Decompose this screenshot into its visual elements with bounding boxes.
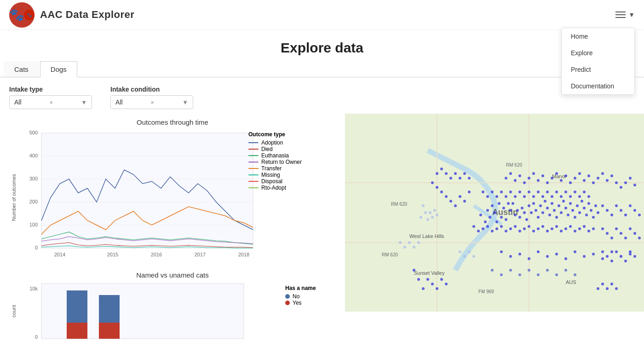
intake-type-arrow: ▼ [81,99,87,106]
svg-point-232 [436,172,438,175]
svg-point-118 [583,225,586,228]
svg-point-94 [472,225,475,228]
intake-condition-clear[interactable]: × [151,99,155,106]
svg-point-222 [583,191,586,193]
svg-point-124 [518,174,521,177]
svg-point-108 [537,227,540,230]
svg-point-195 [615,250,618,253]
svg-point-126 [528,177,530,180]
svg-rect-2 [41,133,253,248]
svg-point-68 [539,204,542,207]
svg-point-183 [601,227,604,230]
menu-item-documentation[interactable]: Documentation [562,78,634,94]
svg-rect-26 [67,323,87,339]
intake-condition-value: All [115,99,123,106]
intake-type-select[interactable]: All × ▼ [9,95,92,109]
logo-image: 🐾 [9,2,34,28]
nav-hamburger[interactable]: ▼ [615,11,635,18]
svg-point-181 [633,209,636,212]
svg-point-50 [500,216,503,219]
svg-point-125 [523,181,526,184]
svg-point-130 [546,181,549,184]
intake-type-clear[interactable]: × [50,99,53,106]
svg-point-90 [590,209,592,212]
svg-point-66 [535,209,537,212]
svg-text:2015: 2015 [107,252,118,257]
svg-point-72 [548,214,551,216]
svg-text:RM 620: RM 620 [391,202,407,207]
named-chart-svg: 0 10k count [9,281,276,342]
svg-point-137 [578,172,581,175]
svg-point-77 [560,211,563,214]
svg-point-142 [601,172,604,175]
svg-point-231 [445,283,448,285]
svg-point-225 [417,278,420,281]
svg-point-194 [610,260,613,262]
svg-point-172 [436,186,438,189]
intake-condition-select[interactable]: All × ▼ [110,95,193,109]
svg-point-150 [500,250,503,253]
svg-point-96 [482,227,484,230]
tab-cats[interactable]: Cats [4,61,39,77]
svg-point-129 [541,174,544,177]
svg-point-103 [514,225,517,228]
svg-point-162 [610,250,613,253]
svg-point-156 [555,253,558,255]
svg-point-132 [555,172,558,175]
menu-item-home[interactable]: Home [562,28,634,45]
svg-point-139 [587,174,590,177]
map-svg: Austin West Lake Hills Manor RM 620 RM 6… [345,114,644,312]
logo-area: 🐾 AAC Data Explorer [9,2,134,28]
svg-point-237 [459,177,461,180]
svg-point-259 [429,211,431,214]
svg-point-250 [537,273,540,276]
svg-point-154 [537,250,540,253]
svg-point-65 [532,202,535,205]
tab-dogs[interactable]: Dogs [40,61,77,77]
svg-rect-28 [99,323,120,339]
svg-point-244 [615,287,618,290]
svg-point-105 [523,227,526,230]
svg-point-185 [610,237,613,239]
svg-point-146 [620,186,622,189]
svg-point-49 [489,216,491,219]
svg-point-165 [459,195,461,198]
svg-text:🐾: 🐾 [27,12,32,17]
svg-point-247 [509,269,512,272]
svg-point-114 [564,227,567,230]
svg-point-267 [399,241,402,244]
svg-point-190 [633,232,636,235]
svg-point-209 [523,195,526,198]
svg-point-180 [629,204,632,207]
svg-point-45 [486,209,489,212]
svg-point-123 [514,179,517,182]
svg-point-95 [477,230,480,232]
hamburger-icon[interactable] [615,12,626,18]
svg-point-159 [583,255,586,258]
svg-point-69 [541,211,544,214]
menu-item-explore[interactable]: Explore [562,45,634,61]
svg-text:500: 500 [29,130,38,135]
svg-point-67 [537,216,540,219]
svg-point-149 [633,184,636,186]
svg-point-245 [491,269,494,272]
main-content: Outcomes through time 0 100 200 300 400 … [0,114,644,342]
right-panel: Austin West Lake Hills Manor RM 620 RM 6… [345,114,644,342]
svg-text:2016: 2016 [151,252,162,257]
svg-point-52 [484,220,487,223]
svg-point-148 [629,177,632,180]
svg-point-254 [574,273,576,276]
svg-point-155 [546,255,549,258]
svg-point-175 [606,209,609,212]
svg-point-80 [567,214,569,216]
menu-item-predict[interactable]: Predict [562,61,634,78]
svg-point-217 [560,195,563,198]
svg-text:count: count [11,305,17,318]
svg-point-120 [592,227,595,230]
svg-rect-27 [99,295,120,323]
svg-point-251 [546,269,549,272]
svg-point-199 [633,255,636,258]
svg-point-187 [620,232,622,235]
svg-point-115 [569,225,572,228]
filter-group-intake-condition: Intake condition All × ▼ [110,86,193,109]
